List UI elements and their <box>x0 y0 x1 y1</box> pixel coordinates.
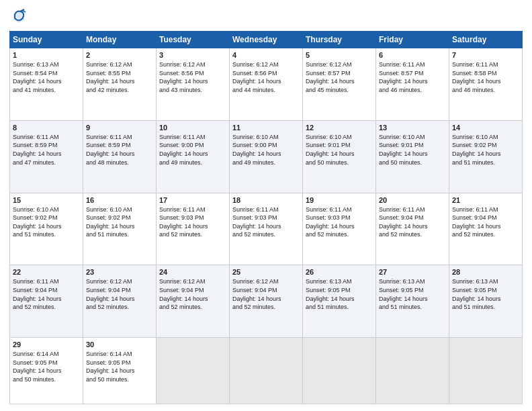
day-info: Sunrise: 6:13 AMSunset: 9:05 PMDaylight:… <box>306 277 373 311</box>
calendar-cell: 4Sunrise: 6:12 AMSunset: 8:56 PMDaylight… <box>230 48 303 121</box>
day-number: 23 <box>86 268 153 276</box>
day-number: 22 <box>13 268 80 276</box>
day-number: 24 <box>159 268 226 276</box>
day-info: Sunrise: 6:11 AMSunset: 9:04 PMDaylight:… <box>452 205 519 239</box>
header <box>9 7 523 26</box>
calendar-cell: 20Sunrise: 6:11 AMSunset: 9:04 PMDayligh… <box>376 193 449 265</box>
day-number: 3 <box>159 51 226 59</box>
calendar-cell: 16Sunrise: 6:10 AMSunset: 9:02 PMDayligh… <box>83 193 157 265</box>
day-info: Sunrise: 6:12 AMSunset: 8:57 PMDaylight:… <box>306 60 373 94</box>
calendar-cell: 23Sunrise: 6:12 AMSunset: 9:04 PMDayligh… <box>83 265 157 338</box>
day-info: Sunrise: 6:13 AMSunset: 8:54 PMDaylight:… <box>13 60 80 94</box>
calendar-cell: 14Sunrise: 6:10 AMSunset: 9:02 PMDayligh… <box>449 120 523 193</box>
day-number: 8 <box>13 124 80 132</box>
weekday-header: Wednesday <box>230 32 303 48</box>
day-info: Sunrise: 6:12 AMSunset: 8:55 PMDaylight:… <box>86 60 153 94</box>
calendar-cell: 15Sunrise: 6:10 AMSunset: 9:02 PMDayligh… <box>10 193 83 265</box>
calendar-cell <box>449 338 523 404</box>
day-info: Sunrise: 6:11 AMSunset: 9:03 PMDaylight:… <box>306 205 373 239</box>
day-info: Sunrise: 6:10 AMSunset: 9:02 PMDaylight:… <box>13 205 80 239</box>
logo-icon <box>9 7 28 26</box>
day-info: Sunrise: 6:10 AMSunset: 9:01 PMDaylight:… <box>306 133 373 167</box>
calendar-cell: 3Sunrise: 6:12 AMSunset: 8:56 PMDaylight… <box>157 48 230 121</box>
day-info: Sunrise: 6:11 AMSunset: 9:00 PMDaylight:… <box>159 133 226 167</box>
calendar-cell: 9Sunrise: 6:11 AMSunset: 8:59 PMDaylight… <box>83 120 157 193</box>
day-number: 15 <box>13 196 80 204</box>
day-number: 7 <box>452 51 519 59</box>
calendar-cell <box>376 338 449 404</box>
day-info: Sunrise: 6:11 AMSunset: 8:58 PMDaylight:… <box>452 60 519 94</box>
calendar-cell: 27Sunrise: 6:13 AMSunset: 9:05 PMDayligh… <box>376 265 449 338</box>
day-info: Sunrise: 6:10 AMSunset: 9:01 PMDaylight:… <box>379 133 446 167</box>
day-info: Sunrise: 6:14 AMSunset: 9:05 PMDaylight:… <box>86 350 153 383</box>
calendar-cell: 18Sunrise: 6:11 AMSunset: 9:03 PMDayligh… <box>230 193 303 265</box>
day-number: 1 <box>13 51 80 59</box>
weekday-header: Sunday <box>10 32 83 48</box>
day-number: 10 <box>159 124 226 132</box>
day-info: Sunrise: 6:11 AMSunset: 9:04 PMDaylight:… <box>379 205 446 239</box>
weekday-header: Thursday <box>303 32 376 48</box>
calendar-cell: 1Sunrise: 6:13 AMSunset: 8:54 PMDaylight… <box>10 48 83 121</box>
calendar-cell: 13Sunrise: 6:10 AMSunset: 9:01 PMDayligh… <box>376 120 449 193</box>
calendar-cell: 12Sunrise: 6:10 AMSunset: 9:01 PMDayligh… <box>303 120 376 193</box>
day-info: Sunrise: 6:12 AMSunset: 9:04 PMDaylight:… <box>86 277 153 311</box>
day-info: Sunrise: 6:11 AMSunset: 9:03 PMDaylight:… <box>232 205 300 239</box>
day-info: Sunrise: 6:12 AMSunset: 8:56 PMDaylight:… <box>232 60 300 94</box>
calendar-cell: 29Sunrise: 6:14 AMSunset: 9:05 PMDayligh… <box>10 338 83 404</box>
weekday-header: Saturday <box>449 32 523 48</box>
day-number: 4 <box>232 51 300 59</box>
day-number: 30 <box>86 340 153 349</box>
calendar-cell: 11Sunrise: 6:10 AMSunset: 9:00 PMDayligh… <box>230 120 303 193</box>
day-info: Sunrise: 6:11 AMSunset: 8:59 PMDaylight:… <box>86 133 153 167</box>
calendar-cell: 6Sunrise: 6:11 AMSunset: 8:57 PMDaylight… <box>376 48 449 121</box>
calendar-cell: 7Sunrise: 6:11 AMSunset: 8:58 PMDaylight… <box>449 48 523 121</box>
weekday-header: Friday <box>376 32 449 48</box>
calendar-cell: 26Sunrise: 6:13 AMSunset: 9:05 PMDayligh… <box>303 265 376 338</box>
calendar-cell <box>157 338 230 404</box>
day-info: Sunrise: 6:11 AMSunset: 9:03 PMDaylight:… <box>159 205 226 239</box>
day-number: 14 <box>452 124 519 132</box>
day-info: Sunrise: 6:12 AMSunset: 9:04 PMDaylight:… <box>232 277 300 311</box>
calendar-cell: 28Sunrise: 6:13 AMSunset: 9:05 PMDayligh… <box>449 265 523 338</box>
calendar-cell: 5Sunrise: 6:12 AMSunset: 8:57 PMDaylight… <box>303 48 376 121</box>
day-number: 26 <box>306 268 373 276</box>
day-number: 18 <box>232 196 300 204</box>
day-info: Sunrise: 6:10 AMSunset: 9:02 PMDaylight:… <box>86 205 153 239</box>
day-number: 2 <box>86 51 153 59</box>
day-number: 11 <box>232 124 300 132</box>
calendar-cell: 24Sunrise: 6:12 AMSunset: 9:04 PMDayligh… <box>157 265 230 338</box>
calendar-cell: 25Sunrise: 6:12 AMSunset: 9:04 PMDayligh… <box>230 265 303 338</box>
day-info: Sunrise: 6:13 AMSunset: 9:05 PMDaylight:… <box>452 277 519 311</box>
weekday-header: Monday <box>83 32 157 48</box>
day-number: 9 <box>86 124 153 132</box>
day-info: Sunrise: 6:13 AMSunset: 9:05 PMDaylight:… <box>379 277 446 311</box>
day-number: 19 <box>306 196 373 204</box>
day-info: Sunrise: 6:11 AMSunset: 8:57 PMDaylight:… <box>379 60 446 94</box>
day-number: 27 <box>379 268 446 276</box>
day-number: 28 <box>452 268 519 276</box>
day-number: 17 <box>159 196 226 204</box>
day-info: Sunrise: 6:14 AMSunset: 9:05 PMDaylight:… <box>13 350 80 383</box>
day-info: Sunrise: 6:11 AMSunset: 9:04 PMDaylight:… <box>13 277 80 311</box>
day-number: 25 <box>232 268 300 276</box>
calendar-cell: 22Sunrise: 6:11 AMSunset: 9:04 PMDayligh… <box>10 265 83 338</box>
day-number: 21 <box>452 196 519 204</box>
day-number: 20 <box>379 196 446 204</box>
day-number: 29 <box>13 340 80 349</box>
day-number: 13 <box>379 124 446 132</box>
page: SundayMondayTuesdayWednesdayThursdayFrid… <box>0 0 532 411</box>
day-info: Sunrise: 6:12 AMSunset: 8:56 PMDaylight:… <box>159 60 226 94</box>
day-info: Sunrise: 6:12 AMSunset: 9:04 PMDaylight:… <box>159 277 226 311</box>
day-info: Sunrise: 6:10 AMSunset: 9:00 PMDaylight:… <box>232 133 300 167</box>
day-info: Sunrise: 6:11 AMSunset: 8:59 PMDaylight:… <box>13 133 80 167</box>
calendar-cell: 21Sunrise: 6:11 AMSunset: 9:04 PMDayligh… <box>449 193 523 265</box>
calendar-cell: 19Sunrise: 6:11 AMSunset: 9:03 PMDayligh… <box>303 193 376 265</box>
logo <box>9 7 31 26</box>
day-number: 5 <box>306 51 373 59</box>
calendar-cell: 17Sunrise: 6:11 AMSunset: 9:03 PMDayligh… <box>157 193 230 265</box>
calendar-cell: 30Sunrise: 6:14 AMSunset: 9:05 PMDayligh… <box>83 338 157 404</box>
weekday-header: Tuesday <box>157 32 230 48</box>
calendar-cell: 2Sunrise: 6:12 AMSunset: 8:55 PMDaylight… <box>83 48 157 121</box>
day-info: Sunrise: 6:10 AMSunset: 9:02 PMDaylight:… <box>452 133 519 167</box>
day-number: 6 <box>379 51 446 59</box>
